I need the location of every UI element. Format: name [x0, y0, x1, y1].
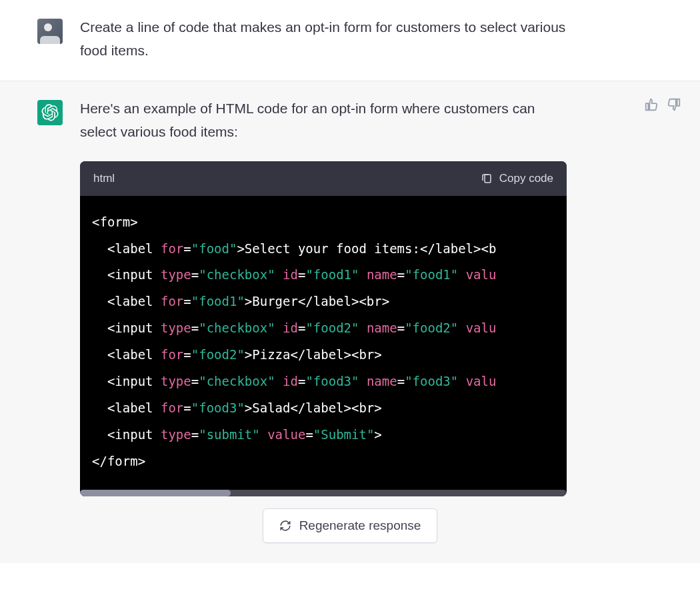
code-token: valu — [466, 267, 497, 282]
thumbs-up-button[interactable] — [644, 97, 659, 112]
code-language-label: html — [93, 169, 115, 188]
code-token: "food3" — [191, 400, 245, 415]
code-token: "food2" — [405, 320, 458, 335]
feedback-buttons — [644, 97, 681, 112]
user-message-row: Create a line of code that makes an opt-… — [0, 0, 700, 81]
code-token: value — [267, 427, 305, 442]
user-message-text: Create a line of code that makes an opt-… — [80, 16, 607, 62]
code-token: "checkbox" — [199, 267, 275, 282]
assistant-message-content: Here's an example of HTML code for an op… — [80, 97, 607, 496]
assistant-intro-text: Here's an example of HTML code for an op… — [80, 101, 535, 139]
code-token: for — [161, 400, 183, 415]
code-token: for — [161, 347, 183, 362]
code-token: "Submit" — [313, 427, 375, 442]
code-token: <label — [107, 347, 153, 362]
code-token: <input — [107, 427, 153, 442]
code-token: "checkbox" — [199, 374, 275, 388]
code-token: >Salad</label><br> — [245, 400, 382, 415]
code-body[interactable]: <form> <label for="food">Select your foo… — [80, 196, 567, 490]
code-token: <input — [107, 374, 153, 388]
code-token: type — [161, 427, 191, 442]
refresh-icon — [279, 520, 291, 532]
code-token: >Pizza</label><br> — [245, 347, 382, 362]
code-token: <label — [107, 400, 153, 415]
assistant-message-row: Here's an example of HTML code for an op… — [0, 81, 700, 514]
code-token: valu — [466, 320, 497, 335]
code-token: type — [161, 267, 191, 282]
clipboard-icon — [481, 173, 493, 185]
code-token: for — [161, 241, 183, 256]
code-token: "food" — [191, 241, 237, 256]
code-block: html Copy code <form> <label for="food">… — [80, 161, 567, 496]
code-token: name — [367, 320, 397, 335]
horizontal-scrollbar[interactable] — [80, 490, 567, 496]
code-token: valu — [466, 374, 497, 388]
svg-rect-0 — [485, 175, 491, 183]
code-token: name — [367, 267, 397, 282]
thumbs-down-button[interactable] — [667, 97, 681, 112]
regenerate-wrap: Regenerate response — [0, 508, 700, 563]
regenerate-response-button[interactable]: Regenerate response — [263, 508, 438, 543]
thumbs-up-icon — [644, 97, 659, 112]
code-token: for — [161, 294, 183, 308]
code-token: id — [283, 267, 298, 282]
code-token: "food3" — [405, 374, 458, 388]
thumbs-down-icon — [667, 97, 681, 112]
code-token: "food1" — [405, 267, 458, 282]
copy-code-button[interactable]: Copy code — [481, 169, 553, 188]
assistant-avatar — [37, 100, 63, 125]
code-token: "food1" — [305, 267, 359, 282]
code-token: <input — [107, 320, 153, 335]
code-token: <label — [107, 241, 153, 256]
code-token: <label — [107, 294, 153, 308]
code-token: > — [374, 427, 381, 442]
code-token: </form> — [92, 454, 145, 468]
code-token: "submit" — [199, 427, 260, 442]
code-token: <input — [107, 267, 153, 282]
user-avatar — [37, 19, 63, 44]
code-token: type — [161, 320, 191, 335]
code-token: <form> — [92, 215, 138, 229]
code-token: id — [283, 320, 298, 335]
code-token: "food1" — [191, 294, 245, 308]
openai-logo-icon — [41, 104, 59, 121]
code-token: "food3" — [305, 374, 359, 388]
code-token: "checkbox" — [199, 320, 275, 335]
code-token: id — [283, 374, 298, 388]
regenerate-label: Regenerate response — [299, 518, 421, 533]
code-token: "food2" — [191, 347, 245, 362]
code-header: html Copy code — [80, 161, 567, 196]
code-token: "food2" — [305, 320, 359, 335]
code-token: name — [367, 374, 397, 388]
code-token: >Select your food items:</label><b — [237, 241, 496, 256]
code-token: >Burger</label><br> — [245, 294, 389, 308]
scrollbar-thumb[interactable] — [80, 490, 231, 496]
chat-area: Create a line of code that makes an opt-… — [0, 0, 700, 563]
copy-code-label: Copy code — [499, 169, 553, 188]
code-token: type — [161, 374, 191, 388]
